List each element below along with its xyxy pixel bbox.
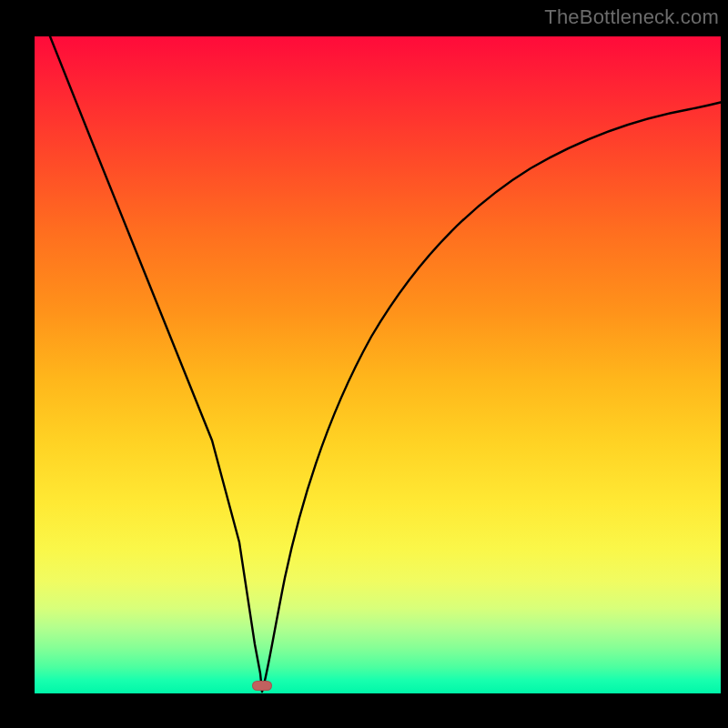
curve-left-branch [48,32,262,692]
watermark-text: TheBottleneck.com [544,5,719,29]
bottleneck-curve [35,36,721,693]
curve-right-branch [262,101,726,692]
optimum-marker [252,681,272,691]
plot-area [35,36,721,693]
chart-frame: TheBottleneck.com [0,0,728,728]
